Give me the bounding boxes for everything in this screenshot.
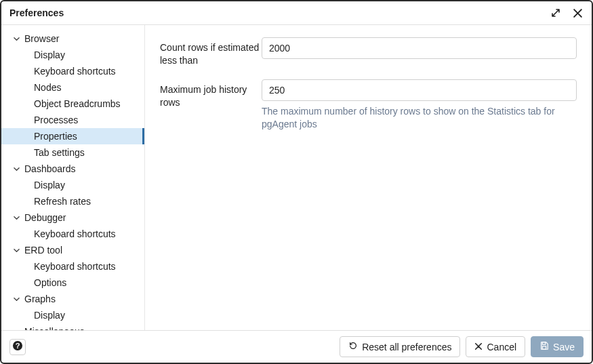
save-icon — [539, 341, 549, 352]
tree-section-graphs: Graphs Display — [1, 291, 144, 323]
tree-header-debugger[interactable]: Debugger — [1, 209, 144, 226]
chevron-down-icon — [14, 166, 20, 172]
tree-header-label: Graphs — [24, 294, 56, 304]
tree-item-object-breadcrumbs[interactable]: Object Breadcrumbs — [1, 96, 144, 112]
tree-header-label: Dashboards — [24, 163, 76, 174]
chevron-down-icon — [14, 36, 20, 42]
tree-header-label: Miscellaneous — [24, 326, 85, 330]
chevron-down-icon — [14, 215, 20, 221]
tree-item-processes[interactable]: Processes — [1, 112, 144, 128]
close-icon — [474, 342, 483, 352]
tree-header-label: Browser — [24, 33, 59, 44]
svg-rect-3 — [542, 346, 546, 349]
maximize-icon[interactable] — [550, 7, 562, 19]
tree-header-graphs[interactable]: Graphs — [1, 291, 144, 307]
tree-header-label: Debugger — [24, 212, 66, 223]
svg-text:?: ? — [16, 342, 20, 350]
button-label: Cancel — [487, 342, 516, 352]
tree-item-display[interactable]: Display — [1, 307, 144, 323]
help-icon: ? — [12, 340, 23, 353]
sidebar[interactable]: Browser Display Keyboard shortcuts Nodes… — [1, 25, 145, 330]
tree-item-keyboard-shortcuts[interactable]: Keyboard shortcuts — [1, 63, 144, 79]
close-icon[interactable] — [571, 7, 584, 19]
tree-section-browser: Browser Display Keyboard shortcuts Nodes… — [1, 31, 144, 161]
tree-section-debugger: Debugger Keyboard shortcuts — [1, 209, 144, 242]
button-label: Save — [553, 342, 575, 352]
tree-header-miscellaneous[interactable]: Miscellaneous — [1, 323, 144, 330]
header-actions — [550, 7, 584, 19]
dialog-footer: ? Reset all preferences Cancel Save — [1, 330, 592, 363]
tree-item-nodes[interactable]: Nodes — [1, 79, 144, 96]
tree-item-options[interactable]: Options — [1, 275, 144, 291]
tree-item-display[interactable]: Display — [1, 177, 144, 193]
chevron-down-icon — [14, 247, 20, 254]
form-field: The maximum number of history rows to sh… — [262, 79, 577, 131]
tree-header-erd-tool[interactable]: ERD tool — [1, 242, 144, 258]
form-label: Maximum job history rows — [160, 79, 262, 109]
tree-item-tab-settings[interactable]: Tab settings — [1, 144, 144, 161]
form-row-count-rows: Count rows if estimated less than — [160, 37, 577, 67]
button-label: Reset all preferences — [362, 342, 451, 352]
svg-rect-2 — [542, 342, 545, 345]
dialog-body: Browser Display Keyboard shortcuts Nodes… — [1, 25, 592, 330]
reset-icon — [348, 341, 358, 352]
preferences-dialog: Preferences Browser Display Keyboard sho… — [0, 0, 593, 364]
tree-item-keyboard-shortcuts[interactable]: Keyboard shortcuts — [1, 226, 144, 242]
content-pane: Count rows if estimated less than Maximu… — [145, 25, 592, 330]
save-button[interactable]: Save — [531, 336, 584, 357]
chevron-down-icon — [14, 329, 20, 331]
form-label: Count rows if estimated less than — [160, 37, 262, 67]
max-job-history-input[interactable] — [262, 79, 577, 101]
form-row-max-job-history: Maximum job history rows The maximum num… — [160, 79, 577, 131]
footer-actions: Reset all preferences Cancel Save — [340, 336, 584, 357]
tree-section-dashboards: Dashboards Display Refresh rates — [1, 161, 144, 209]
cancel-button[interactable]: Cancel — [466, 336, 525, 357]
help-text: The maximum number of history rows to sh… — [262, 105, 577, 131]
tree-header-browser[interactable]: Browser — [1, 31, 144, 47]
tree-item-properties[interactable]: Properties — [1, 128, 144, 144]
dialog-header: Preferences — [1, 1, 592, 25]
tree-item-refresh-rates[interactable]: Refresh rates — [1, 193, 144, 209]
dialog-title: Preferences — [9, 7, 64, 18]
tree-header-label: ERD tool — [24, 245, 62, 256]
tree-item-display[interactable]: Display — [1, 47, 144, 63]
tree-section-erd-tool: ERD tool Keyboard shortcuts Options — [1, 242, 144, 291]
count-rows-input[interactable] — [262, 37, 577, 59]
form-field — [262, 37, 577, 59]
help-button[interactable]: ? — [9, 339, 26, 355]
tree-item-keyboard-shortcuts[interactable]: Keyboard shortcuts — [1, 258, 144, 275]
chevron-down-icon — [14, 296, 20, 302]
tree-header-dashboards[interactable]: Dashboards — [1, 161, 144, 177]
tree-section-miscellaneous: Miscellaneous — [1, 323, 144, 330]
reset-button[interactable]: Reset all preferences — [340, 336, 460, 357]
